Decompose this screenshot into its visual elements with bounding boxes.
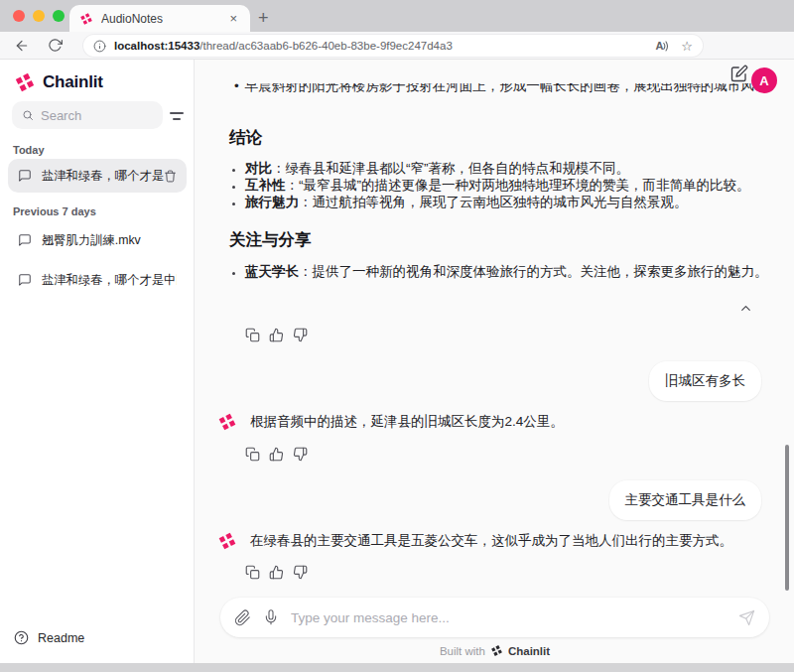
heading-share: 关注与分享: [229, 229, 312, 251]
thumbs-down-icon[interactable]: [293, 328, 308, 342]
browser-toolbar: localhost:15433/thread/ac63aab6-b626-40e…: [0, 32, 794, 60]
chainlit-favicon-icon: [79, 12, 93, 26]
copy-icon[interactable]: [245, 447, 260, 462]
sidebar-item-thread-china[interactable]: 盐津和绿春，哪个才是中国...: [8, 263, 187, 297]
assistant-avatar-icon: [217, 412, 237, 432]
conclusion-list: 对比：绿春县和延津县都以“窄”著称，但各自的特点和规模不同。 互补性：“最窄县城…: [231, 160, 767, 211]
user-message: 旧城区有多长: [649, 361, 761, 401]
assistant-text: 根据音频中的描述，延津县的旧城区长度为2.4公里。: [250, 412, 564, 432]
browser-window: AudioNotes × + localhost:15433/thread/ac…: [0, 0, 794, 672]
back-icon[interactable]: [14, 38, 30, 54]
thread-title: 盐津和绿春，哪个才是中国...: [42, 272, 177, 289]
minimize-window-button[interactable]: [33, 10, 45, 22]
sidebar-item-thread-mkv[interactable]: 翘臀肌力訓練.mkv: [8, 223, 187, 257]
read-aloud-icon[interactable]: A: [655, 40, 669, 52]
attach-file-icon[interactable]: [234, 609, 251, 626]
chat-scrollbar[interactable]: [785, 445, 789, 591]
assistant-message: 根据音频中的描述，延津县的旧城区长度为2.4公里。: [217, 412, 564, 432]
copy-icon[interactable]: [245, 328, 260, 342]
thumbs-down-icon[interactable]: [293, 565, 308, 580]
close-tab-icon[interactable]: ×: [226, 11, 240, 26]
chat-main: A •早晨斜射的阳光将楼房影子投射在河面上，形成一幅长长的画卷，展现出独特的城市…: [196, 60, 794, 663]
collapse-message-icon[interactable]: [738, 301, 753, 320]
message-actions: [245, 565, 308, 580]
brand-name: Chainlit: [43, 72, 103, 92]
browser-tab[interactable]: AudioNotes ×: [69, 5, 250, 32]
user-message: 主要交通工具是什么: [609, 480, 762, 520]
url-bar[interactable]: localhost:15433/thread/ac63aab6-b626-40e…: [83, 35, 703, 57]
url-path: /thread/ac63aab6-b626-40eb-83be-9f9ec247…: [199, 40, 453, 52]
url-host: localhost:15433: [114, 40, 199, 52]
copy-icon[interactable]: [245, 565, 260, 580]
watermark-brand: Chainlit: [508, 645, 550, 657]
thumbs-up-icon[interactable]: [269, 565, 284, 580]
delete-thread-icon[interactable]: [164, 170, 177, 183]
thumbs-down-icon[interactable]: [293, 447, 308, 462]
clipped-bullet-line: •早晨斜射的阳光将楼房影子投射在河面上，形成一幅长长的画卷，展现出独特的城市风光…: [229, 83, 765, 98]
assistant-text: 在绿春县的主要交通工具是五菱公交车，这似乎成为了当地人们出行的主要方式。: [250, 531, 732, 551]
filter-icon[interactable]: [169, 109, 187, 123]
thumbs-up-icon[interactable]: [269, 328, 284, 342]
chainlit-logo-icon: [14, 71, 36, 93]
chat-bubble-icon: [18, 169, 32, 183]
message-actions: [245, 447, 308, 462]
section-label-previous: Previous 7 days: [13, 205, 96, 217]
chat-bubble-icon: [18, 273, 32, 287]
microphone-icon[interactable]: [263, 609, 279, 625]
message-input[interactable]: [291, 610, 728, 625]
zoom-window-button[interactable]: [53, 10, 65, 22]
assistant-message: 在绿春县的主要交通工具是五菱公交车，这似乎成为了当地人们出行的主要方式。: [217, 531, 732, 551]
search-icon: [22, 108, 34, 122]
watermark-prefix: Built with: [440, 645, 485, 657]
share-list: 蓝天学长：提供了一种新的视角和深度体验旅行的方式。关注他，探索更多旅行的魅力。: [231, 263, 775, 280]
list-item: 旅行魅力：通过航拍等视角，展现了云南地区独特的城市风光与自然景观。: [245, 194, 767, 210]
favorite-star-icon[interactable]: ☆: [681, 39, 693, 54]
sidebar: Chainlit Today 盐津和绿春，哪个才是中... Previous 7…: [0, 60, 195, 663]
heading-conclusion: 结论: [229, 127, 262, 149]
chainlit-footer-logo-icon: [490, 644, 503, 657]
refresh-icon[interactable]: [48, 38, 63, 53]
list-item: 对比：绿春县和延津县都以“窄”著称，但各自的特点和规模不同。: [245, 160, 767, 177]
tab-title: AudioNotes: [101, 12, 226, 26]
search-box[interactable]: [12, 101, 163, 129]
help-circle-icon: [14, 630, 29, 645]
list-item: 蓝天学长：提供了一种新的视角和深度体验旅行的方式。关注他，探索更多旅行的魅力。: [245, 263, 775, 280]
assistant-avatar-icon: [217, 531, 237, 551]
new-tab-button[interactable]: +: [258, 5, 269, 32]
thread-title: 盐津和绿春，哪个才是中...: [42, 168, 164, 185]
readme-link[interactable]: Readme: [14, 630, 84, 645]
send-icon[interactable]: [738, 609, 755, 626]
close-window-button[interactable]: [13, 10, 25, 22]
section-label-today: Today: [13, 144, 45, 156]
watermark[interactable]: Built with Chainlit: [196, 644, 794, 657]
site-info-icon[interactable]: [93, 40, 106, 53]
thumbs-up-icon[interactable]: [269, 447, 284, 462]
sidebar-item-thread-today[interactable]: 盐津和绿春，哪个才是中...: [8, 159, 187, 193]
list-item: 互补性：“最窄县城”的描述更像是一种对两地独特地理环境的赞美，而非简单的比较。: [245, 177, 767, 194]
window-bottom-edge: [0, 663, 794, 672]
chat-bubble-icon: [18, 233, 32, 247]
url-text: localhost:15433/thread/ac63aab6-b626-40e…: [114, 40, 655, 52]
tab-strip: AudioNotes × +: [0, 0, 794, 32]
brand: Chainlit: [14, 71, 103, 93]
thread-title: 翘臀肌力訓練.mkv: [42, 232, 177, 249]
readme-label: Readme: [38, 631, 84, 645]
search-input[interactable]: [41, 108, 153, 123]
message-actions: [245, 328, 308, 342]
message-composer[interactable]: [220, 598, 769, 637]
app-root: Chainlit Today 盐津和绿春，哪个才是中... Previous 7…: [0, 60, 794, 663]
